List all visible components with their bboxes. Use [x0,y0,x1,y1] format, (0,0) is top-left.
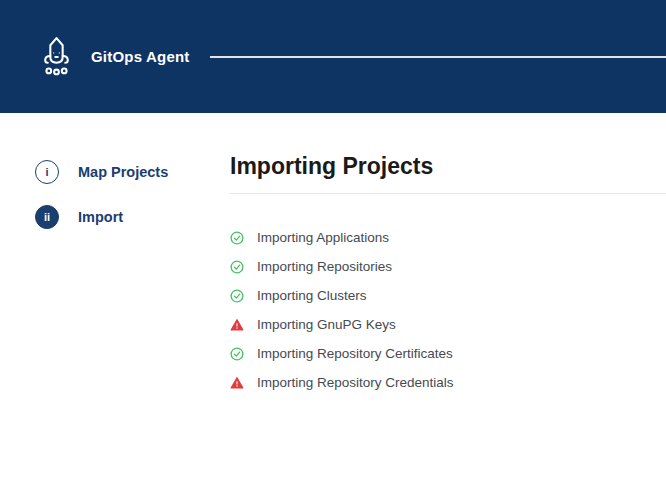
task-row: Importing Clusters [230,281,666,310]
app-title: GitOps Agent [91,48,190,65]
title-divider-line [230,193,666,194]
step-label: Map Projects [78,164,168,180]
task-row: Importing Repository Credentials [230,368,666,397]
page-body: i Map Projects ii Import Importing Proje… [0,113,666,483]
sidebar-step-map-projects[interactable]: i Map Projects [35,160,230,184]
task-row: Importing Applications [230,223,666,252]
header-divider-line [210,56,666,58]
task-label: Importing Repositories [257,259,392,274]
sidebar-step-import[interactable]: ii Import [35,205,230,229]
main-content: Importing Projects Importing Application… [230,113,666,483]
task-row: Importing Repository Certificates [230,339,666,368]
check-circle-icon [230,260,244,274]
task-row: Importing Repositories [230,252,666,281]
gitops-agent-window: GitOps Agent i Map Projects ii Import Im… [0,0,666,483]
task-label: Importing Clusters [257,288,367,303]
check-circle-icon [230,289,244,303]
octopus-logo-icon [38,37,75,77]
import-task-list: Importing Applications Importing Reposit… [230,223,666,397]
task-row: Importing GnuPG Keys [230,310,666,339]
page-title: Importing Projects [230,152,666,181]
step-numeral: ii [44,211,50,223]
app-header: GitOps Agent [0,0,666,113]
check-circle-icon [230,347,244,361]
warning-triangle-icon [230,318,244,332]
warning-triangle-icon [230,376,244,390]
task-label: Importing Repository Credentials [257,375,454,390]
step-label: Import [78,209,123,225]
step-numeral: i [45,166,48,178]
step-number-badge: i [35,160,59,184]
check-circle-icon [230,231,244,245]
wizard-steps-sidebar: i Map Projects ii Import [0,113,230,483]
task-label: Importing Applications [257,230,389,245]
task-label: Importing GnuPG Keys [257,317,396,332]
task-label: Importing Repository Certificates [257,346,453,361]
step-number-badge: ii [35,205,59,229]
